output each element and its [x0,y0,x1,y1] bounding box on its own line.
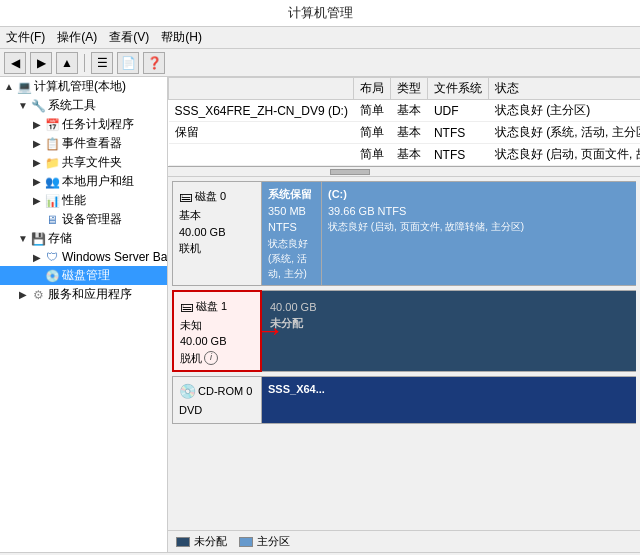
expand-system-tools[interactable]: ▼ [16,100,30,111]
legend-primary-color [239,537,253,547]
disk-1-partitions: 40.00 GB 未分配 [262,290,636,373]
h-scrollbar-thumb[interactable] [330,169,370,175]
tree-item-root[interactable]: ▲ 💻 计算机管理(本地) [0,77,167,96]
disk-0-label: 🖴 磁盘 0 基本 40.00 GB 联机 [172,181,262,286]
disk-1-info-icon[interactable]: i [204,351,218,365]
partition-reserved-status: 状态良好 (系统, 活动, 主分) [268,236,315,281]
menu-action[interactable]: 操作(A) [57,29,97,46]
expand-storage[interactable]: ▼ [16,233,30,244]
menu-view[interactable]: 查看(V) [109,29,149,46]
expand-shared-folders[interactable]: ▶ [30,157,44,168]
partition-c-size: 39.66 GB NTFS [328,203,630,220]
expand-performance[interactable]: ▶ [30,195,44,206]
task-scheduler-icon: 📅 [44,117,60,133]
row-name [169,144,354,166]
row-status: 状态良好 (启动, 页面文件, 故障转储, 主分区) [489,144,640,166]
tree-task-scheduler-label: 任务计划程序 [62,116,134,133]
title-bar: 计算机管理 [0,0,640,27]
tree-item-win-backup[interactable]: ▶ 🛡 Windows Server Back [0,248,167,266]
expand-services-apps[interactable]: ▶ [16,289,30,300]
expand-event-viewer[interactable]: ▶ [30,138,44,149]
app-title: 计算机管理 [288,5,353,20]
disk-1-unallocated-size: 40.00 GB [270,299,628,316]
toolbar: ◀ ▶ ▲ ☰ 📄 ❓ [0,49,640,77]
tree-item-event-viewer[interactable]: ▶ 📋 事件查看器 [0,134,167,153]
tree-shared-folders-label: 共享文件夹 [62,154,122,171]
performance-icon: 📊 [44,193,60,209]
disk-0-name: 磁盘 0 [195,188,226,205]
row-layout: 简单 [354,122,391,144]
col-header-layout[interactable]: 布局 [354,78,391,100]
table-row[interactable]: 简单 基本 NTFS 状态良好 (启动, 页面文件, 故障转储, 主分区) 39… [169,144,641,166]
expand-win-backup[interactable]: ▶ [30,252,44,263]
expand-local-users[interactable]: ▶ [30,176,44,187]
tree-item-local-users[interactable]: ▶ 👥 本地用户和组 [0,172,167,191]
expand-task-scheduler[interactable]: ▶ [30,119,44,130]
row-type: 基本 [391,122,428,144]
expand-root[interactable]: ▲ [2,81,16,92]
legend-unallocated-label: 未分配 [194,534,227,549]
tree-item-services-apps[interactable]: ▶ ⚙ 服务和应用程序 [0,285,167,304]
tree-item-shared-folders[interactable]: ▶ 📁 共享文件夹 [0,153,167,172]
services-apps-icon: ⚙ [30,287,46,303]
h-scrollbar[interactable] [168,167,640,177]
row-layout: 简单 [354,100,391,122]
tree-storage-label: 存储 [48,230,72,247]
help-button[interactable]: ❓ [143,52,165,74]
col-header-name [169,78,354,100]
menu-file[interactable]: 文件(F) [6,29,45,46]
col-header-status[interactable]: 状态 [489,78,640,100]
row-name: 保留 [169,122,354,144]
disk-1-container: → 🖴 磁盘 1 未知 40.00 GB 脱机 i [172,290,636,373]
disk-mgmt-icon: 💿 [44,268,60,284]
row-type: 基本 [391,144,428,166]
menu-help[interactable]: 帮助(H) [161,29,202,46]
table-row[interactable]: SSS_X64FRE_ZH-CN_DV9 (D:) 简单 基本 UDF 状态良好… [169,100,641,122]
disk-1-unallocated[interactable]: 40.00 GB 未分配 [262,291,636,372]
table-row[interactable]: 保留 简单 基本 NTFS 状态良好 (系统, 活动, 主分区) 350 [169,122,641,144]
cdrom-0-row: 💿 CD-ROM 0 DVD SSS_X64... [172,376,636,424]
device-mgr-icon: 🖥 [44,212,60,228]
tree-event-viewer-label: 事件查看器 [62,135,122,152]
tree-item-performance[interactable]: ▶ 📊 性能 [0,191,167,210]
disk-1-label: 🖴 磁盘 1 未知 40.00 GB 脱机 i [172,290,262,373]
tree-system-tools-label: 系统工具 [48,97,96,114]
col-header-fs[interactable]: 文件系统 [428,78,489,100]
col-header-type[interactable]: 类型 [391,78,428,100]
tree-item-device-mgr[interactable]: 🖥 设备管理器 [0,210,167,229]
tree-item-task-scheduler[interactable]: ▶ 📅 任务计划程序 [0,115,167,134]
up-button[interactable]: ▲ [56,52,78,74]
computer-icon: 💻 [16,79,32,95]
disk-0-partition-c[interactable]: (C:) 39.66 GB NTFS 状态良好 (启动, 页面文件, 故障转储,… [322,182,636,285]
partition-reserved-title: 系统保留 [268,186,315,203]
forward-button[interactable]: ▶ [30,52,52,74]
disk-0-row: 🖴 磁盘 0 基本 40.00 GB 联机 系统保留 350 MB NTFS 状… [172,181,636,286]
row-status: 状态良好 (系统, 活动, 主分区) [489,122,640,144]
back-button[interactable]: ◀ [4,52,26,74]
menu-bar: 文件(F) 操作(A) 查看(V) 帮助(H) [0,27,640,49]
tree-item-disk-mgmt[interactable]: 💿 磁盘管理 [0,266,167,285]
row-name: SSS_X64FRE_ZH-CN_DV9 (D:) [169,100,354,122]
disk-1-name: 磁盘 1 [196,298,227,315]
disk-visual-area: 🖴 磁盘 0 基本 40.00 GB 联机 系统保留 350 MB NTFS 状… [168,177,640,530]
tree-win-backup-label: Windows Server Back [62,250,168,264]
tree-performance-label: 性能 [62,192,86,209]
main-layout: ▲ 💻 计算机管理(本地) ▼ 🔧 系统工具 ▶ 📅 任务计划程序 ▶ 📋 事件… [0,77,640,552]
disk-0-partition-reserved[interactable]: 系统保留 350 MB NTFS 状态良好 (系统, 活动, 主分) [262,182,322,285]
tree-item-storage[interactable]: ▼ 💾 存储 [0,229,167,248]
right-panel: 布局 类型 文件系统 状态 容量 SSS_X64FRE_ZH-CN_DV9 (D… [168,77,640,552]
storage-icon: 💾 [30,231,46,247]
tree-root-label: 计算机管理(本地) [34,78,126,95]
tree-local-users-label: 本地用户和组 [62,173,134,190]
show-hide-button[interactable]: ☰ [91,52,113,74]
cdrom-0-type: DVD [179,402,255,419]
disk-1-unallocated-label: 未分配 [270,315,628,332]
cdrom-0-partition[interactable]: SSS_X64... [262,377,636,423]
properties-button[interactable]: 📄 [117,52,139,74]
disk-1-type: 未知 [180,317,254,334]
row-fs: UDF [428,100,489,122]
row-layout: 简单 [354,144,391,166]
partition-c-title: (C:) [328,186,630,203]
legend-bar: 未分配 主分区 [168,530,640,552]
tree-item-system-tools[interactable]: ▼ 🔧 系统工具 [0,96,167,115]
